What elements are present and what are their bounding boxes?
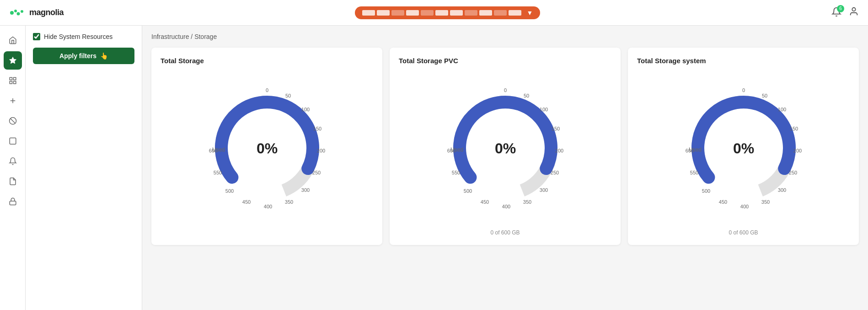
svg-text:600: 600 (685, 148, 693, 153)
segment-6 (435, 10, 448, 16)
svg-rect-9 (13, 82, 16, 84)
svg-text:300: 300 (539, 187, 547, 193)
charts-row: Total Storage Used 0% 0 50 10 (151, 48, 859, 245)
svg-text:450: 450 (480, 199, 488, 205)
apply-filters-button[interactable]: Apply filters 👆 (33, 48, 134, 64)
sidebar-item-bell[interactable] (4, 152, 22, 170)
svg-line-13 (10, 119, 15, 124)
main-content: Infrastructure / Storage Total Storage U… (142, 26, 868, 310)
hide-system-resources-row: Hide System Resources (33, 33, 134, 40)
hide-system-resources-checkbox[interactable] (33, 33, 40, 40)
bell-side-icon (9, 157, 17, 165)
segment-11 (509, 10, 521, 16)
svg-text:300: 300 (301, 187, 309, 193)
book-icon (9, 137, 17, 145)
hide-system-resources-label[interactable]: Hide System Resources (44, 33, 113, 40)
svg-point-4 (852, 8, 855, 11)
svg-text:250: 250 (788, 170, 797, 175)
svg-text:0%: 0% (256, 140, 277, 157)
breadcrumb: Infrastructure / Storage (151, 33, 859, 40)
sidebar-item-star[interactable] (4, 51, 22, 70)
svg-marker-5 (9, 57, 16, 64)
svg-text:200: 200 (793, 148, 801, 153)
svg-text:0: 0 (742, 87, 745, 93)
home-icon (9, 36, 17, 44)
svg-text:350: 350 (284, 199, 293, 205)
svg-text:100: 100 (777, 107, 786, 112)
svg-rect-7 (13, 77, 16, 80)
chart-card-total-storage-pvc: Total Storage PVC Used 0% 0 50 100 150 2… (390, 48, 621, 245)
svg-text:550: 550 (213, 170, 221, 175)
svg-text:350: 350 (761, 199, 769, 205)
no-icon (9, 117, 17, 125)
grid-icon (9, 76, 17, 85)
svg-text:150: 150 (551, 126, 559, 131)
svg-text:50: 50 (523, 93, 529, 98)
layout: Hide System Resources Apply filters 👆 In… (0, 0, 868, 310)
svg-text:400: 400 (502, 204, 510, 209)
segment-10 (494, 10, 507, 16)
chart-container-2: Used 0% 0 50 100 150 200 250 300 350 400… (399, 70, 611, 226)
svg-text:250: 250 (312, 170, 320, 175)
sidebar-item-doc[interactable] (4, 172, 22, 190)
svg-text:450: 450 (242, 199, 250, 205)
sidebar-item-book[interactable] (4, 132, 22, 150)
svg-text:0%: 0% (733, 140, 754, 157)
svg-text:100: 100 (539, 107, 547, 112)
center-bar-chevron-icon: ▼ (527, 9, 533, 16)
chart-sub-system: 0 of 600 GB (637, 229, 850, 236)
svg-text:100: 100 (301, 107, 309, 112)
svg-point-0 (10, 11, 14, 15)
sidebar-item-home[interactable] (4, 31, 22, 49)
svg-point-3 (21, 10, 23, 13)
chart-card-total-storage: Total Storage Used 0% 0 50 10 (151, 48, 382, 245)
user-icon[interactable] (849, 6, 859, 19)
segment-3 (391, 10, 404, 16)
svg-text:350: 350 (523, 199, 531, 205)
svg-point-1 (14, 10, 17, 12)
notification-button[interactable]: 6 (831, 7, 841, 19)
doc-icon (9, 177, 17, 185)
segment-7 (450, 10, 463, 16)
svg-text:50: 50 (761, 93, 767, 98)
svg-text:450: 450 (718, 199, 727, 205)
chart-sub-pvc: 0 of 600 GB (399, 229, 611, 236)
logo: magnolia (9, 7, 64, 18)
chart-title-total-storage-pvc: Total Storage PVC (399, 57, 611, 65)
sidebar-icons (0, 26, 26, 310)
cursor-icon: 👆 (100, 52, 108, 60)
center-bar[interactable]: ▼ (355, 6, 541, 19)
segment-5 (421, 10, 434, 16)
sidebar-item-plus[interactable] (4, 92, 22, 110)
svg-text:400: 400 (263, 204, 272, 209)
lock-icon (9, 197, 17, 206)
filter-panel: Hide System Resources Apply filters 👆 (26, 26, 142, 310)
svg-text:550: 550 (690, 170, 698, 175)
svg-text:150: 150 (789, 126, 798, 131)
segment-2 (377, 10, 390, 16)
chart-container-3: Used 0% 0 50 100 150 200 250 300 350 400… (637, 70, 850, 226)
svg-text:300: 300 (777, 187, 786, 193)
svg-text:250: 250 (550, 170, 558, 175)
svg-text:500: 500 (225, 188, 233, 194)
donut-svg-2: Used 0% 0 50 100 150 200 250 300 350 400… (437, 79, 574, 217)
chart-container-1: Used 0% 0 50 100 150 200 250 300 350 400… (161, 70, 373, 226)
svg-text:500: 500 (702, 188, 710, 194)
plus-icon (9, 97, 17, 105)
svg-rect-8 (10, 82, 12, 84)
chart-title-total-storage: Total Storage (161, 57, 373, 65)
topbar: magnolia ▼ 6 (0, 0, 868, 26)
sidebar-item-lock[interactable] (4, 192, 22, 211)
svg-text:50: 50 (285, 93, 290, 98)
svg-text:150: 150 (313, 126, 321, 131)
sidebar-item-grid[interactable] (4, 71, 22, 90)
svg-text:600: 600 (209, 148, 217, 153)
svg-text:200: 200 (316, 148, 325, 153)
sidebar-item-no[interactable] (4, 112, 22, 130)
donut-svg-3: Used 0% 0 50 100 150 200 250 300 350 400… (675, 79, 812, 217)
segment-8 (465, 10, 477, 16)
logo-icon (9, 7, 26, 18)
segment-1 (362, 10, 375, 16)
chart-card-total-storage-system: Total Storage system Used 0% 0 50 100 15… (628, 48, 859, 245)
segment-4 (406, 10, 419, 16)
